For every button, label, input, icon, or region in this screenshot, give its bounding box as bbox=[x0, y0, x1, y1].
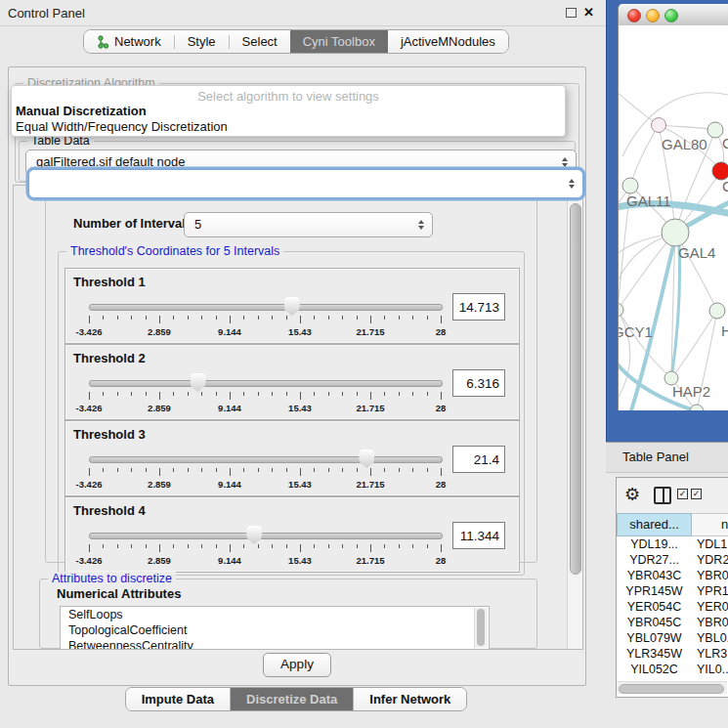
tick-mark bbox=[441, 468, 442, 476]
slider[interactable]: -3.4262.8599.14415.4321.71528 bbox=[89, 449, 441, 492]
apply-button[interactable]: Apply bbox=[263, 653, 331, 677]
tick-mark bbox=[216, 392, 217, 396]
tick-label: -3.426 bbox=[76, 403, 103, 413]
checkbox-icon[interactable]: ✓ bbox=[677, 489, 688, 499]
table-row[interactable]: YBR043CYBR0... bbox=[617, 568, 728, 583]
float-window-icon[interactable] bbox=[566, 8, 577, 18]
slider-track[interactable] bbox=[89, 304, 443, 311]
tab-jactivemnodules[interactable]: jActiveMNodules bbox=[388, 30, 508, 53]
zoom-traffic-light-icon[interactable] bbox=[664, 9, 678, 22]
tick-mark bbox=[357, 392, 358, 396]
node-gal4[interactable] bbox=[662, 219, 689, 246]
popup-option-equal-width[interactable]: Equal Width/Frequency Discretization bbox=[16, 119, 228, 134]
close-traffic-light-icon[interactable] bbox=[627, 9, 641, 22]
slider-thumb-icon[interactable] bbox=[359, 450, 374, 468]
tick-mark bbox=[131, 392, 132, 396]
horizontal-scrollbar[interactable] bbox=[617, 681, 727, 694]
tab-style[interactable]: Style bbox=[174, 30, 229, 53]
slider[interactable]: -3.4262.8599.14415.4321.71528 bbox=[89, 372, 441, 415]
vertical-scrollbar-thumb[interactable] bbox=[570, 203, 581, 575]
threshold-panel[interactable]: Threshold 2-3.4262.8599.14415.4321.71528… bbox=[64, 344, 520, 420]
cell-name: YER0... bbox=[692, 599, 728, 615]
node-label-partial-c: C bbox=[722, 178, 728, 194]
list-item[interactable]: BetweennessCentrality bbox=[61, 638, 489, 650]
num-intervals-combobox[interactable]: 5 bbox=[184, 212, 433, 237]
combo-arrows-icon[interactable] bbox=[418, 220, 424, 230]
tick-mark bbox=[272, 468, 273, 472]
slider-track[interactable] bbox=[89, 533, 443, 539]
close-icon[interactable]: ✕ bbox=[583, 5, 594, 20]
tick-mark bbox=[314, 468, 315, 472]
gear-icon[interactable]: ⚙ bbox=[624, 485, 640, 504]
table-row[interactable]: YDR27...YDR2... bbox=[617, 552, 728, 568]
tick-mark bbox=[328, 392, 329, 396]
tick-label: 21.715 bbox=[356, 326, 384, 337]
network-canvas[interactable]: GAL80 G. GAL11 C GAL4 GCY1 H HAP2 bbox=[619, 25, 728, 410]
slider[interactable]: -3.4262.8599.14415.4321.71528 bbox=[89, 525, 441, 568]
tick-mark bbox=[427, 316, 428, 320]
popup-option-manual[interactable]: Manual Discretization bbox=[16, 104, 147, 118]
tab-cyni-toolbox[interactable]: Cyni Toolbox bbox=[290, 30, 388, 53]
slider[interactable]: -3.4262.8599.14415.4321.71528 bbox=[89, 296, 441, 339]
node-gal80[interactable] bbox=[652, 118, 666, 133]
table-row[interactable]: YBL079WYBL0... bbox=[617, 630, 728, 646]
tick-mark bbox=[258, 392, 259, 396]
table-row[interactable]: YBR045CYBR0... bbox=[617, 615, 728, 630]
slider-track[interactable] bbox=[89, 456, 443, 463]
checkbox-icon[interactable]: ✓ bbox=[691, 489, 702, 499]
tab-infer-network[interactable]: Infer Network bbox=[353, 688, 466, 710]
tick-mark bbox=[384, 468, 385, 472]
horizontal-scrollbar-thumb[interactable] bbox=[619, 684, 724, 694]
tab-select[interactable]: Select bbox=[229, 30, 290, 53]
threshold-value-field[interactable]: 11.344 bbox=[452, 522, 505, 549]
node-h[interactable] bbox=[709, 303, 725, 319]
list-scrollbar[interactable] bbox=[474, 608, 488, 648]
table-row[interactable]: YDL19...YDL1... bbox=[617, 536, 728, 552]
threshold-value-field[interactable]: 6.316 bbox=[452, 369, 505, 397]
column-header-name[interactable]: n bbox=[692, 513, 728, 536]
combo-arrows-icon[interactable] bbox=[562, 157, 568, 167]
node-top-right[interactable] bbox=[707, 122, 723, 138]
algorithm-combobox[interactable] bbox=[28, 169, 583, 198]
tab-impute-data[interactable]: Impute Data bbox=[126, 688, 230, 710]
table-row[interactable]: YIL052CYIL0... bbox=[617, 662, 728, 677]
slider-thumb-icon[interactable] bbox=[191, 373, 206, 392]
slider-track[interactable] bbox=[89, 380, 443, 387]
network-window-titlebar[interactable] bbox=[619, 4, 728, 26]
vertical-scrollbar[interactable] bbox=[567, 186, 582, 649]
cell-shared-name: YPR145W bbox=[617, 583, 692, 599]
cell-name: YIL0... bbox=[692, 662, 728, 677]
threshold-label: Threshold 4 bbox=[73, 503, 146, 518]
threshold-panel[interactable]: Threshold 1-3.4262.8599.14415.4321.71528… bbox=[64, 268, 520, 344]
list-item[interactable]: TopologicalCoefficient bbox=[61, 622, 489, 638]
slider-thumb-icon[interactable] bbox=[246, 526, 262, 544]
combo-arrows-icon[interactable] bbox=[569, 179, 575, 189]
columns-icon[interactable] bbox=[654, 487, 671, 504]
list-item[interactable]: SelfLoops bbox=[61, 607, 489, 622]
tick-label: 9.144 bbox=[218, 479, 241, 490]
threshold-panel[interactable]: Threshold 3-3.4262.8599.14415.4321.71528… bbox=[64, 420, 520, 496]
tab-discretize-data[interactable]: Discretize Data bbox=[230, 688, 353, 710]
tab-network[interactable]: Network bbox=[84, 30, 174, 53]
minimize-traffic-light-icon[interactable] bbox=[646, 9, 660, 22]
tick-label: 2.859 bbox=[148, 555, 171, 566]
tick-mark bbox=[272, 392, 273, 396]
tick-mark bbox=[328, 468, 329, 472]
node-gal11[interactable] bbox=[622, 178, 638, 193]
table-row[interactable]: YER054CYER0... bbox=[617, 599, 728, 615]
list-scrollbar-thumb[interactable] bbox=[477, 609, 485, 646]
column-header-shared-name[interactable]: shared... bbox=[617, 513, 692, 536]
tick-mark bbox=[286, 316, 287, 320]
tick-mark bbox=[286, 544, 287, 548]
table-row[interactable]: YLR345WYLR3... bbox=[617, 646, 728, 662]
tick-mark bbox=[384, 544, 385, 548]
threshold-value-field[interactable]: 14.713 bbox=[452, 293, 505, 321]
threshold-value-field[interactable]: 21.4 bbox=[452, 446, 505, 473]
node-gcy1[interactable] bbox=[619, 303, 623, 317]
slider-thumb-icon[interactable] bbox=[284, 297, 300, 316]
table-row[interactable]: YPR145WYPR1... bbox=[617, 583, 728, 599]
tick-mark bbox=[117, 468, 118, 472]
numerical-attributes-list[interactable]: SelfLoopsTopologicalCoefficientBetweenne… bbox=[60, 606, 490, 650]
tick-mark bbox=[370, 316, 371, 323]
threshold-panel[interactable]: Threshold 4-3.4262.8599.14415.4321.71528… bbox=[64, 496, 520, 573]
